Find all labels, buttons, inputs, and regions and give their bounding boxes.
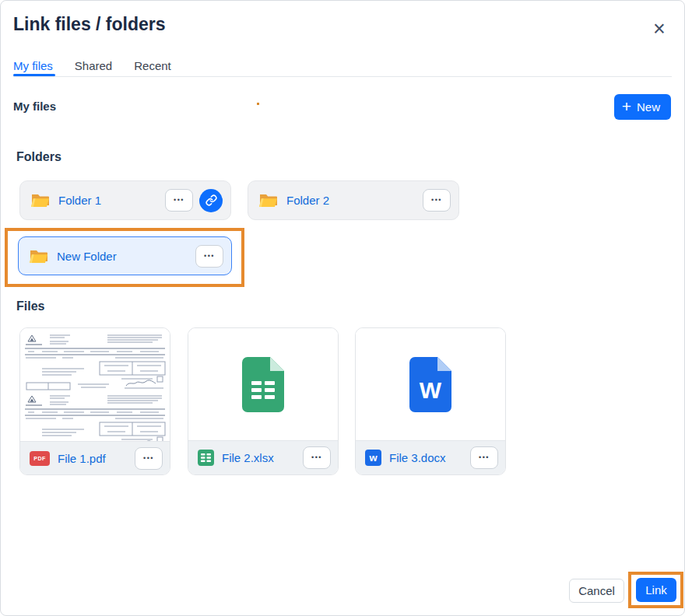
folder-name: Folder 1 <box>58 194 165 207</box>
tab-recent[interactable]: Recent <box>134 59 171 82</box>
file-menu-button[interactable]: ••• <box>303 446 331 469</box>
file-footer: File 2.xlsx ••• <box>188 440 338 474</box>
new-button-label: New <box>637 100 660 114</box>
folder-card-new-folder[interactable]: New Folder ••• <box>18 236 232 275</box>
link-button[interactable]: Link <box>636 578 676 602</box>
spreadsheet-file-icon <box>198 450 214 466</box>
folder-name: Folder 2 <box>286 194 423 207</box>
annotation-dot <box>257 103 259 105</box>
folder-card-folder-1[interactable]: Folder 1 ••• <box>19 180 231 220</box>
spreadsheet-thumbnail <box>188 328 338 440</box>
file-card-docx[interactable]: W w File 3.docx ••• <box>355 327 506 475</box>
file-name: File 1.pdf <box>58 452 135 465</box>
tab-my-files[interactable]: My files <box>13 59 53 82</box>
word-icon: W <box>409 357 451 412</box>
link-icon <box>206 194 217 206</box>
spreadsheet-icon <box>242 357 284 412</box>
folder-card-folder-2[interactable]: Folder 2 ••• <box>248 180 459 220</box>
folder-icon <box>31 193 49 208</box>
linked-indicator-button[interactable] <box>199 189 223 212</box>
file-footer: w File 3.docx ••• <box>356 440 505 474</box>
file-card-pdf[interactable]: PDF File 1.pdf ••• <box>19 327 170 475</box>
file-card-xlsx[interactable]: File 2.xlsx ••• <box>188 327 339 475</box>
folder-menu-button[interactable]: ••• <box>165 189 193 212</box>
cancel-button[interactable]: Cancel <box>569 579 624 603</box>
plus-icon: + <box>622 98 631 114</box>
word-thumbnail: W <box>356 328 505 440</box>
file-menu-button[interactable]: ••• <box>135 447 163 470</box>
file-name: File 2.xlsx <box>222 451 303 464</box>
word-file-icon: w <box>365 450 381 466</box>
files-section-title: Files <box>16 299 44 313</box>
folder-menu-button[interactable]: ••• <box>423 189 451 212</box>
dialog-title: Link files / folders <box>13 14 166 35</box>
file-menu-button[interactable]: ••• <box>470 446 498 469</box>
file-name: File 3.docx <box>389 451 470 464</box>
link-files-dialog: Link files / folders × My files Shared R… <box>0 0 685 616</box>
file-footer: PDF File 1.pdf ••• <box>20 441 170 474</box>
tab-shared[interactable]: Shared <box>75 59 112 82</box>
pdf-file-icon: PDF <box>30 451 50 466</box>
folder-icon <box>30 249 47 264</box>
tab-bar: My files Shared Recent <box>13 59 171 82</box>
content-title: My files <box>13 100 56 113</box>
tabs-divider <box>13 76 672 77</box>
folders-section-title: Folders <box>16 150 61 164</box>
new-button[interactable]: + New <box>614 94 671 120</box>
word-icon-letter: W <box>420 377 442 403</box>
folder-name: New Folder <box>57 250 195 263</box>
close-icon[interactable]: × <box>647 16 672 41</box>
pdf-thumbnail <box>20 328 170 441</box>
folder-menu-button[interactable]: ••• <box>195 245 223 268</box>
folder-icon <box>259 193 277 208</box>
